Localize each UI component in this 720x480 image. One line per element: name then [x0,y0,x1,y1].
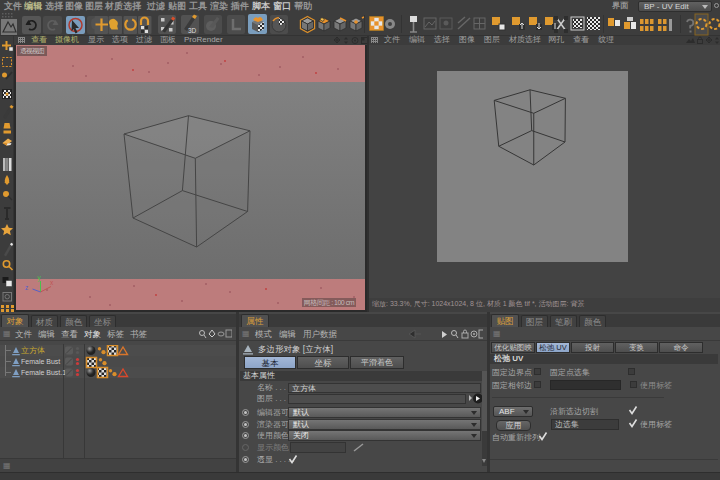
svg-text:3D: 3D [188,27,197,34]
svg-text:y: y [38,274,42,282]
svg-text:x: x [50,279,54,286]
svg-text:z: z [25,284,28,291]
